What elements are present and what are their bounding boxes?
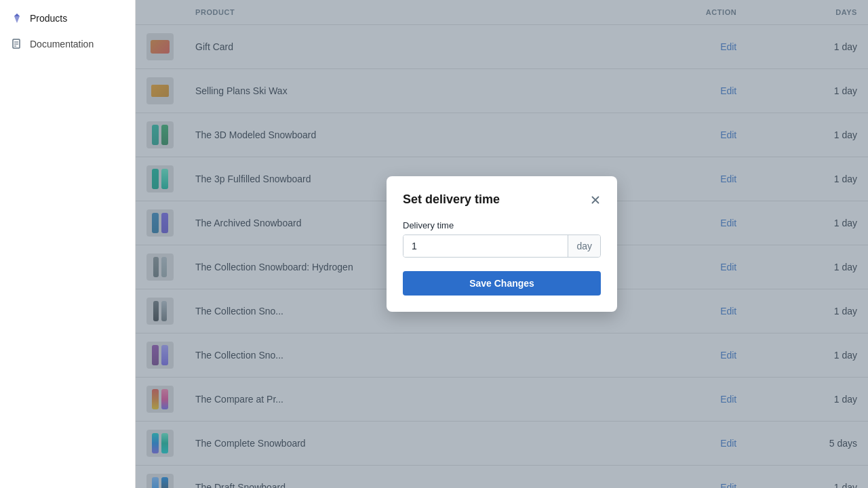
delivery-time-input[interactable] <box>403 235 568 257</box>
modal-overlay: Set delivery time Delivery time day Save… <box>136 0 868 488</box>
main-content: PRODUCT ACTION DAYS Gift Card Edit 1 day <box>136 0 868 488</box>
modal-title: Set delivery time <box>403 192 500 207</box>
modal-header: Set delivery time <box>403 192 601 207</box>
delivery-time-label: Delivery time <box>403 220 601 230</box>
sidebar-item-products-label: Products <box>30 13 67 24</box>
delivery-time-input-wrapper: day <box>403 235 601 258</box>
close-icon <box>590 195 601 205</box>
delivery-time-form-group: Delivery time day <box>403 220 601 258</box>
sidebar: Products Documentation <box>0 0 136 488</box>
modal-close-button[interactable] <box>590 195 601 205</box>
doc-icon <box>11 38 23 50</box>
diamond-icon <box>11 12 23 24</box>
delivery-time-modal: Set delivery time Delivery time day Save… <box>387 176 617 312</box>
sidebar-item-documentation-label: Documentation <box>30 39 94 49</box>
sidebar-item-products[interactable]: Products <box>0 5 135 31</box>
delivery-suffix: day <box>568 235 600 257</box>
save-changes-button[interactable]: Save Changes <box>403 271 601 296</box>
sidebar-item-documentation[interactable]: Documentation <box>0 31 135 57</box>
